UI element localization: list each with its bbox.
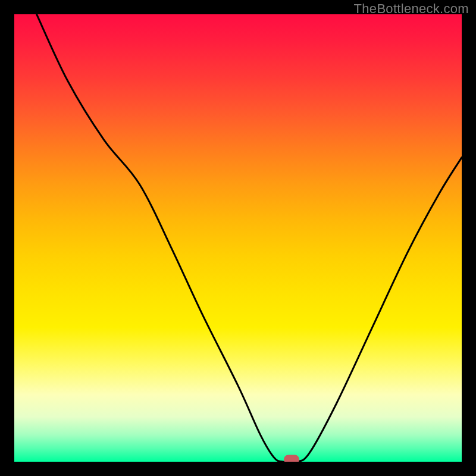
optimal-point-marker	[284, 455, 299, 462]
plot-area	[14, 14, 462, 462]
chart-frame: TheBottleneck.com	[0, 0, 476, 476]
bottleneck-curve	[14, 14, 462, 462]
